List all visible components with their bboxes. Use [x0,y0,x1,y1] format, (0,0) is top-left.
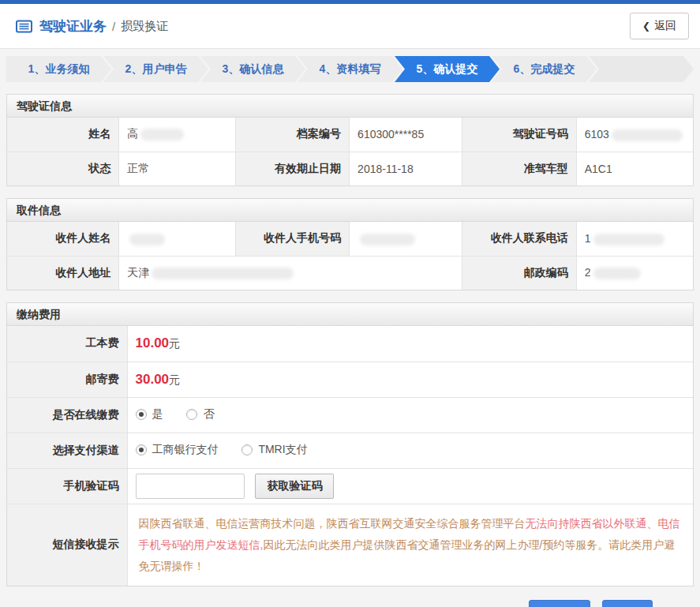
name-value: 高 [119,118,236,152]
page-title: 驾驶证业务 [39,17,107,36]
postage-fee-unit: 元 [169,373,180,386]
postage-fee-label: 邮寄费 [7,362,127,397]
recipient-address-label: 收件人地址 [7,256,119,290]
online-payment-no-label: 否 [203,407,214,422]
fees-section-title: 缴纳费用 [7,303,693,326]
license-info-section: 驾驶证信息 姓名 高 档案编号 610300****85 驾驶证号码 6103 … [6,94,694,186]
production-fee-value: 10.00元 [127,326,693,362]
previous-step-button[interactable]: 上一步 [529,600,590,607]
sms-notice-text: 因陕西省联通、电信运营商技术问题，陕西省互联网交通安全综合服务管理平台无法向持陕… [127,504,693,586]
name-redaction [140,129,184,141]
sms-notice-before: 因陕西省联通、电信运营商技术问题，陕西省互联网交通安全综合服务管理平台 [139,517,526,530]
pickup-info-section-title: 取件信息 [7,199,693,222]
recipient-mobile-value [350,222,462,256]
sms-code-label: 手机验证码 [7,468,127,504]
back-button[interactable]: ❮ 返回 [630,13,689,39]
vehicle-class-label: 准驾车型 [462,152,576,185]
recipient-phone-label: 收件人联系电话 [462,222,576,256]
recipient-mobile-label: 收件人手机号码 [235,222,349,256]
valid-until-value: 2018-11-18 [350,152,462,185]
license-number-label: 驾驶证号码 [462,118,576,152]
back-button-label: 返回 [654,19,676,33]
pickup-info-table: 收件人姓名 收件人手机号码 收件人联系电话 1 收件人地址 天津 邮政编码 2 [7,222,693,290]
breadcrumb-divider: / [112,20,115,33]
step-2-declaration[interactable]: 2、用户申告 [103,56,208,82]
vehicle-class-value: A1C1 [576,152,693,185]
step-4-fill-data[interactable]: 4、资料填写 [298,56,402,82]
page-header: 驾驶证业务 / 损毁换证 ❮ 返回 [0,4,700,49]
license-info-section-title: 驾驶证信息 [7,95,693,118]
production-fee-amount: 10.00 [136,335,170,350]
sms-notice-label: 短信接收提示 [7,504,127,586]
payment-channel-label: 选择支付渠道 [7,433,127,468]
recipient-mobile-redaction [360,234,415,245]
recipient-name-value [119,222,236,256]
online-payment-option-no[interactable]: 否 [186,407,214,422]
payment-channel-option-tmri[interactable]: TMRI支付 [241,443,307,457]
breadcrumb-current: 损毁换证 [121,19,168,34]
payment-channel-option-icbc[interactable]: 工商银行支付 [136,443,219,457]
postal-code-redaction [593,268,641,279]
online-payment-options: 是 否 [127,397,693,433]
radio-unchecked-icon [186,409,197,420]
back-chevron-icon: ❮ [642,21,650,32]
sms-code-row: 获取验证码 [127,468,693,504]
radio-checked-icon [136,444,147,455]
payment-channel-icbc-label: 工商银行支付 [152,443,219,457]
status-value: 正常 [119,152,236,185]
license-number-redaction [612,129,683,141]
finish-button[interactable]: 完成 [602,600,653,607]
status-label: 状态 [7,152,119,185]
file-number-label: 档案编号 [235,118,349,152]
postage-fee-value: 30.00元 [127,362,693,397]
recipient-address-value: 天津 [119,256,462,290]
file-number-value: 610300****85 [350,118,462,152]
pickup-info-section: 取件信息 收件人姓名 收件人手机号码 收件人联系电话 1 收件人地址 天津 邮政… [6,198,694,290]
recipient-phone-redaction [593,234,664,245]
get-sms-code-button[interactable]: 获取验证码 [255,474,334,499]
radio-checked-icon [136,409,147,420]
recipient-name-label: 收件人姓名 [7,222,119,256]
name-label: 姓名 [7,118,119,152]
production-fee-unit: 元 [169,337,180,350]
step-1-notice[interactable]: 1、业务须知 [6,56,111,82]
postal-code-value: 2 [576,256,693,290]
postal-code-label: 邮政编码 [462,256,576,290]
sms-code-input[interactable] [136,474,245,499]
recipient-phone-value: 1 [576,222,693,256]
production-fee-label: 工本费 [7,326,127,362]
online-payment-label: 是否在线缴费 [7,397,127,433]
payment-channel-options: 工商银行支付 TMRI支付 [127,433,693,468]
step-6-complete-submit[interactable]: 6、完成提交 [492,56,597,82]
online-payment-yes-label: 是 [152,407,163,422]
valid-until-label: 有效期止日期 [235,152,349,185]
step-5-confirm-submit[interactable]: 5、确认提交 [395,56,500,82]
step-wizard: 1、业务须知 2、用户申告 3、确认信息 4、资料填写 5、确认提交 6、完成提… [6,56,694,82]
recipient-address-redaction [152,268,294,279]
radio-unchecked-icon [241,444,253,455]
footer-actions: 上一步 完成 [0,586,700,607]
postage-fee-amount: 30.00 [136,372,170,387]
step-3-confirm-info[interactable]: 3、确认信息 [200,56,305,82]
license-form-icon [16,20,32,33]
online-payment-option-yes[interactable]: 是 [136,407,163,422]
license-info-table: 姓名 高 档案编号 610300****85 驾驶证号码 6103 状态 正常 … [7,118,693,185]
fees-table: 工本费 10.00元 邮寄费 30.00元 是否在线缴费 是 否 [7,326,693,586]
license-number-value: 6103 [576,118,693,152]
step-tail [589,56,694,82]
payment-channel-tmri-label: TMRI支付 [258,443,307,457]
fees-section: 缴纳费用 工本费 10.00元 邮寄费 30.00元 是否在线缴费 是 [6,302,694,586]
recipient-name-redaction [129,234,165,245]
